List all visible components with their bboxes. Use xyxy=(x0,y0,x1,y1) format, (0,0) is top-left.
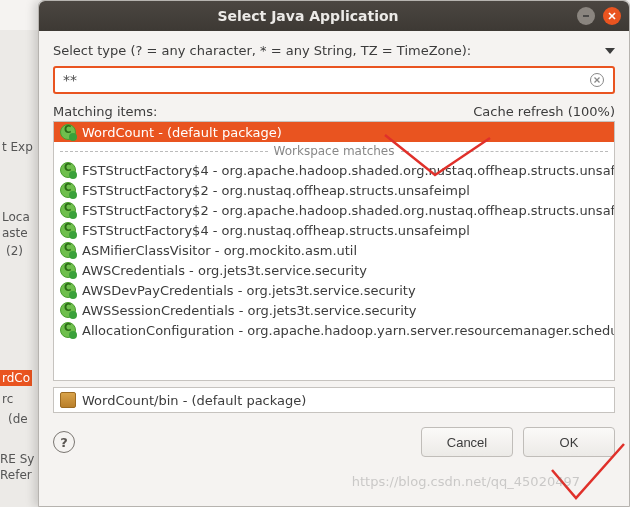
runnable-badge-icon xyxy=(69,331,77,339)
runnable-badge-icon xyxy=(69,133,77,141)
dropdown-icon[interactable] xyxy=(605,48,615,54)
detail-label: WordCount/bin - (default package) xyxy=(82,393,306,408)
package-icon xyxy=(60,392,76,408)
bg-text: aste xyxy=(2,226,28,240)
list-item-label: FSTStructFactory$4 - org.nustaq.offheap.… xyxy=(82,223,470,238)
clear-icon[interactable] xyxy=(589,72,605,88)
titlebar: Select Java Application xyxy=(39,1,629,31)
bg-text: Loca xyxy=(2,210,30,224)
matching-header: Matching items: Cache refresh (100%) xyxy=(53,104,615,119)
class-icon xyxy=(60,322,76,338)
prompt-label: Select type (? = any character, * = any … xyxy=(53,43,605,58)
prompt-row: Select type (? = any character, * = any … xyxy=(53,43,615,58)
class-icon xyxy=(60,202,76,218)
minimize-icon xyxy=(581,11,591,21)
list-item[interactable]: AllocationConfiguration - org.apache.had… xyxy=(54,320,614,340)
list-item[interactable]: FSTStructFactory$2 - org.apache.hadoop.s… xyxy=(54,200,614,220)
class-icon xyxy=(60,162,76,178)
list-item-label: ASMifierClassVisitor - org.mockito.asm.u… xyxy=(82,243,357,258)
cancel-button[interactable]: Cancel xyxy=(421,427,513,457)
bg-text: t Exp xyxy=(2,140,33,154)
class-icon xyxy=(60,242,76,258)
runnable-badge-icon xyxy=(69,191,77,199)
selection-detail: WordCount/bin - (default package) xyxy=(53,387,615,413)
dialog-select-java-application: Select Java Application Select type (? =… xyxy=(38,0,630,507)
runnable-badge-icon xyxy=(69,211,77,219)
class-icon xyxy=(60,182,76,198)
help-icon[interactable]: ? xyxy=(53,431,75,453)
ok-button[interactable]: OK xyxy=(523,427,615,457)
window-title: Select Java Application xyxy=(39,8,577,24)
dialog-footer: ? Cancel OK xyxy=(53,427,615,457)
search-field-wrap[interactable] xyxy=(53,66,615,94)
close-button[interactable] xyxy=(603,7,621,25)
list-item[interactable]: AWSSessionCredentials - org.jets3t.servi… xyxy=(54,300,614,320)
list-item[interactable]: FSTStructFactory$2 - org.nustaq.offheap.… xyxy=(54,180,614,200)
class-icon xyxy=(60,222,76,238)
list-item[interactable]: FSTStructFactory$4 - org.nustaq.offheap.… xyxy=(54,220,614,240)
class-icon xyxy=(60,124,76,140)
list-item-label: AWSDevPayCredentials - org.jets3t.servic… xyxy=(82,283,416,298)
cache-refresh-label: Cache refresh (100%) xyxy=(473,104,615,119)
workspace-sep-label: Workspace matches xyxy=(268,144,401,158)
bg-text: Refer xyxy=(0,468,32,482)
bg-text: RE Sy xyxy=(0,452,34,466)
runnable-badge-icon xyxy=(69,231,77,239)
workspace-separator: Workspace matches xyxy=(54,142,614,160)
runnable-badge-icon xyxy=(69,171,77,179)
list-item-label: AWSSessionCredentials - org.jets3t.servi… xyxy=(82,303,417,318)
class-icon xyxy=(60,282,76,298)
list-item[interactable]: WordCount - (default package) xyxy=(54,122,614,142)
list-item[interactable]: ASMifierClassVisitor - org.mockito.asm.u… xyxy=(54,240,614,260)
minimize-button[interactable] xyxy=(577,7,595,25)
close-icon xyxy=(607,11,617,21)
list-item-label: FSTStructFactory$2 - org.nustaq.offheap.… xyxy=(82,183,470,198)
runnable-badge-icon xyxy=(69,311,77,319)
class-icon xyxy=(60,302,76,318)
list-item-label: FSTStructFactory$2 - org.apache.hadoop.s… xyxy=(82,203,614,218)
dialog-content: Select type (? = any character, * = any … xyxy=(39,31,629,506)
bg-text: (2) xyxy=(6,244,23,258)
list-item[interactable]: AWSCredentials - org.jets3t.service.secu… xyxy=(54,260,614,280)
runnable-badge-icon xyxy=(69,251,77,259)
background-sidebar xyxy=(0,30,40,507)
matching-label: Matching items: xyxy=(53,104,473,119)
runnable-badge-icon xyxy=(69,291,77,299)
list-item-label: AWSCredentials - org.jets3t.service.secu… xyxy=(82,263,367,278)
list-item-label: WordCount - (default package) xyxy=(82,125,282,140)
bg-text: rc xyxy=(2,392,13,406)
search-input[interactable] xyxy=(63,72,589,88)
list-item[interactable]: AWSDevPayCredentials - org.jets3t.servic… xyxy=(54,280,614,300)
list-item[interactable]: FSTStructFactory$4 - org.apache.hadoop.s… xyxy=(54,160,614,180)
list-item-label: FSTStructFactory$4 - org.apache.hadoop.s… xyxy=(82,163,614,178)
runnable-badge-icon xyxy=(69,271,77,279)
bg-text: (de xyxy=(8,412,28,426)
class-icon xyxy=(60,262,76,278)
bg-text: rdCo xyxy=(0,370,32,386)
results-list[interactable]: WordCount - (default package) Workspace … xyxy=(53,121,615,381)
list-item-label: AllocationConfiguration - org.apache.had… xyxy=(82,323,614,338)
